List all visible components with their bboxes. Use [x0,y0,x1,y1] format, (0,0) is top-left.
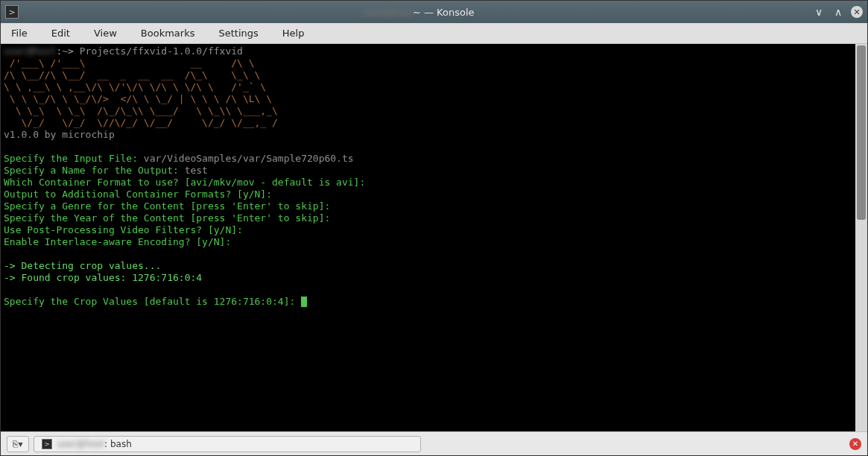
prompt-end: > [68,45,74,57]
menu-bookmarks[interactable]: Bookmarks [136,25,200,42]
konsole-window: > user@host~ — Konsole ∨ ∧ ✕ File Edit V… [0,0,868,456]
menu-help[interactable]: Help [278,25,309,42]
new-tab-button[interactable]: ⎘▾ [7,436,29,452]
prompt-year: Specify the Year of the Content [press '… [4,212,330,224]
tab-label-suffix: : bash [104,439,132,449]
ascii-art-line: \ \_\ \ \_\ /\_/\_\\ \___/ \ \_\\ \___,_… [4,105,278,116]
answer-output-name: test [185,165,208,176]
prompt-path: ~ [62,45,68,57]
status-detecting: -> Detecting crop values... [4,260,161,271]
prompt-postproc: Use Post-Processing Video Filters? [y/N]… [4,224,243,235]
menu-settings[interactable]: Settings [214,25,262,42]
answer-input-file: var/VideoSamples/var/Sample720p60.ts [144,153,354,164]
terminal-tab[interactable]: > user@host: bash [34,436,421,452]
ascii-art-line: /\ \__//\ \__/ __ _ __ __ /\_\ \_\ \ [4,69,260,80]
scrollbar-thumb[interactable] [857,45,866,220]
tab-icon-glyph: > [44,440,50,448]
terminal-area: user@host:~> Projects/ffxvid-1.0.0/ffxvi… [1,44,867,431]
ascii-art-line: /'___\ /'___\ __ /\ \ [4,57,255,69]
window-title: user@host~ — Konsole [23,7,812,18]
command-text: Projects/ffxvid-1.0.0/ffxvid [80,45,243,57]
app-icon: > [5,5,19,19]
close-tab-button[interactable]: ✕ [849,438,861,450]
prompt-genre: Specify a Genre for the Content [press '… [4,200,330,212]
close-button[interactable]: ✕ [851,6,863,18]
terminal[interactable]: user@host:~> Projects/ffxvid-1.0.0/ffxvi… [1,44,855,431]
app-icon-glyph: > [8,7,15,17]
title-hostname-blurred: user@host [361,7,413,18]
menubar: File Edit View Bookmarks Settings Help [1,23,867,44]
bottombar: ⎘▾ > user@host: bash ✕ [1,431,867,455]
prompt-interlace: Enable Interlace-aware Encoding? [y/N]: [4,236,231,247]
status-found: -> Found crop values: 1276:716:0:4 [4,272,202,283]
ascii-art-line: \ \ \_/\ \ \_/\/> </\ \ \_/ | \ \ \ /\ \… [4,93,272,104]
tab-label-host: user@host [57,439,104,449]
prompt-output-name: Specify a Name for the Output: [4,165,185,176]
tab-label: user@host: bash [57,439,132,449]
window-controls: ∨ ∧ ✕ [812,5,863,19]
close-tab-icon: ✕ [852,440,858,448]
minimize-button[interactable]: ∨ [812,5,826,19]
prompt-container: Which Container Format to use? [avi/mkv/… [4,177,365,188]
title-suffix: ~ — Konsole [413,7,475,18]
ascii-art-line: \/_/ \/_/ \//\/_/ \/__/ \/_/ \/__,_ / [4,117,278,128]
maximize-button[interactable]: ∧ [831,5,845,19]
prompt-input-file: Specify the Input File: [4,153,144,164]
terminal-cursor [301,297,307,307]
ascii-art-line: \ \ ,__\ \ ,__\/\ \/'\/\ \/\ \ \/\ \ /'_… [4,81,266,92]
prompt-user: user@host [4,45,56,57]
titlebar: > user@host~ — Konsole ∨ ∧ ✕ [1,1,867,23]
prompt-crop: Specify the Crop Values [default is 1276… [4,296,301,307]
close-icon: ✕ [853,7,860,17]
version-line: v1.0.0 by microchip [4,129,115,140]
minimize-icon: ∨ [815,6,823,18]
menu-edit[interactable]: Edit [47,25,75,42]
menu-view[interactable]: View [89,25,121,42]
tab-icon: > [42,439,52,449]
vertical-scrollbar[interactable] [855,44,867,431]
new-tab-icon: ⎘▾ [13,439,22,449]
maximize-icon: ∧ [834,6,842,18]
prompt-additional: Output to Additional Container Formats? … [4,189,272,200]
menu-file[interactable]: File [7,25,32,42]
